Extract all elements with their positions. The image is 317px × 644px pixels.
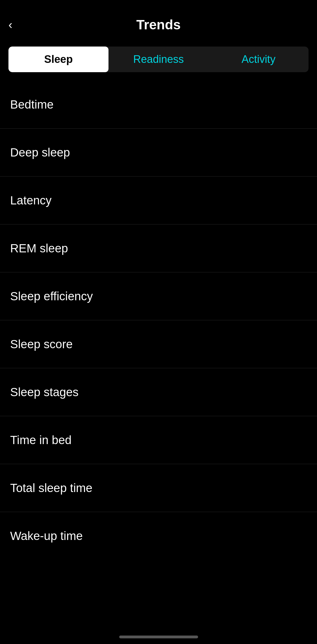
- list-item-time-in-bed[interactable]: Time in bed: [0, 416, 317, 464]
- tab-readiness[interactable]: Readiness: [108, 47, 209, 72]
- list-item-sleep-stages[interactable]: Sleep stages: [0, 368, 317, 416]
- tab-bar: Sleep Readiness Activity: [8, 47, 309, 72]
- list-item-sleep-score[interactable]: Sleep score: [0, 320, 317, 368]
- tab-sleep[interactable]: Sleep: [8, 47, 108, 72]
- trends-list: Bedtime Deep sleep Latency REM sleep Sle…: [0, 81, 317, 560]
- header: ‹ Trends: [0, 0, 317, 41]
- back-button[interactable]: ‹: [8, 19, 12, 31]
- list-item-deep-sleep[interactable]: Deep sleep: [0, 129, 317, 177]
- page-title: Trends: [136, 17, 181, 32]
- home-indicator: [119, 636, 198, 638]
- list-item-total-sleep-time[interactable]: Total sleep time: [0, 464, 317, 512]
- list-item-bedtime[interactable]: Bedtime: [0, 81, 317, 129]
- tab-activity[interactable]: Activity: [209, 47, 309, 72]
- list-item-sleep-efficiency[interactable]: Sleep efficiency: [0, 272, 317, 320]
- list-item-latency[interactable]: Latency: [0, 177, 317, 224]
- list-item-wake-up-time[interactable]: Wake-up time: [0, 512, 317, 560]
- list-item-rem-sleep[interactable]: REM sleep: [0, 224, 317, 272]
- back-icon: ‹: [8, 19, 12, 31]
